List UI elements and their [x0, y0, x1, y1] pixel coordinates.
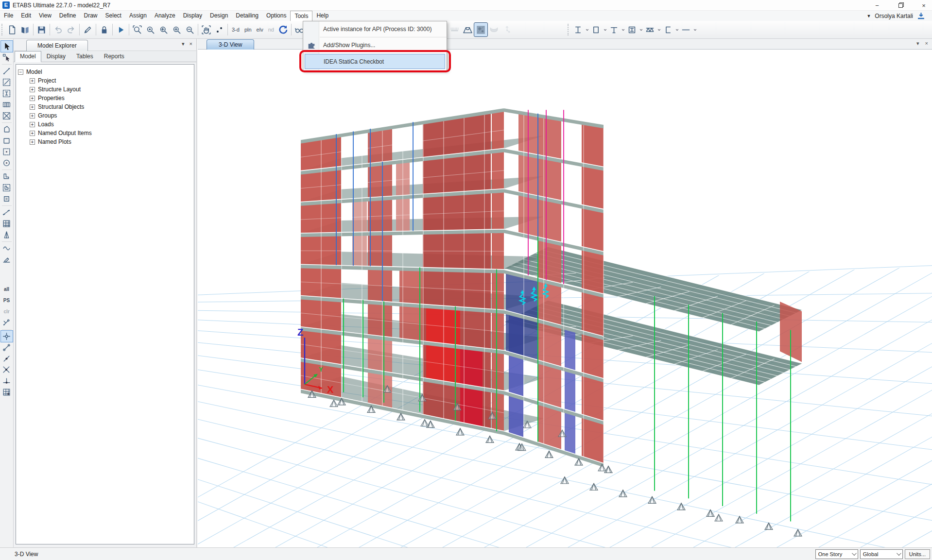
draw-window-button[interactable] — [1, 193, 13, 204]
draw-line-button[interactable] — [1, 66, 13, 77]
snap-to-grid-button[interactable] — [1, 387, 13, 398]
menu-assign[interactable]: Assign — [125, 11, 151, 21]
minimize-button[interactable]: − — [873, 2, 881, 9]
expand-expander-icon[interactable]: + — [30, 122, 35, 127]
draw-link-button[interactable] — [1, 207, 13, 218]
tree-item-loads[interactable]: + Loads — [18, 120, 192, 129]
tree-item-project[interactable]: + Project — [18, 76, 192, 85]
toolbar-drag-handle[interactable] — [568, 24, 570, 35]
menu-options[interactable]: Options — [262, 11, 290, 21]
snap-to-midpoints-button[interactable] — [1, 353, 13, 364]
restore-button[interactable] — [896, 2, 905, 9]
menu-help[interactable]: Help — [312, 11, 332, 21]
zoom-in-button[interactable] — [170, 23, 183, 36]
story-selector[interactable]: One Story — [815, 549, 858, 559]
menu-analyze[interactable]: Analyze — [151, 11, 179, 21]
quick-draw-beam-button[interactable] — [1, 99, 13, 110]
truss-section-button[interactable] — [643, 23, 656, 36]
menu-tools[interactable]: Tools — [290, 11, 312, 21]
snap-to-ends-button[interactable] — [1, 342, 13, 353]
menu-design[interactable]: Design — [206, 11, 232, 21]
draw-grid-button[interactable] — [1, 218, 13, 229]
quick-draw-column-button[interactable] — [1, 88, 13, 99]
quick-draw-brace-button[interactable] — [1, 110, 13, 121]
explorer-close-icon[interactable]: × — [190, 41, 192, 47]
menu-display[interactable]: Display — [179, 11, 206, 21]
view-elevation-button[interactable]: elv — [254, 27, 266, 33]
menu-select[interactable]: Select — [102, 11, 125, 21]
zoom-window-button[interactable] — [131, 23, 144, 36]
box-section-button[interactable] — [625, 23, 639, 36]
reshape-object-button[interactable] — [1, 52, 13, 63]
zoom-dynamic-button[interactable] — [144, 23, 157, 36]
menu-edit[interactable]: Edit — [17, 11, 35, 21]
draw-ramp-button[interactable] — [1, 229, 13, 240]
rotate-view-button[interactable] — [276, 23, 290, 36]
lock-model-button[interactable] — [98, 23, 111, 36]
tree-item-groups[interactable]: + Groups — [18, 111, 192, 120]
viewport-collapse-icon[interactable]: ▾ — [916, 40, 919, 47]
select-previous-button[interactable]: PS — [1, 295, 13, 306]
open-model-button[interactable] — [18, 23, 32, 36]
draw-wall-button[interactable] — [1, 171, 13, 182]
tee-section-dropdown-icon[interactable] — [621, 28, 625, 32]
draw-circle-area-button[interactable] — [1, 157, 13, 169]
draw-tendon-button[interactable] — [1, 243, 13, 254]
menu-detailing[interactable]: Detailing — [232, 11, 262, 21]
quick-draw-wall-button[interactable] — [1, 182, 13, 193]
tree-root-model[interactable]: − Model — [18, 68, 192, 76]
menu-define[interactable]: Define — [55, 11, 80, 21]
expand-expander-icon[interactable]: + — [30, 113, 35, 119]
toolbar-drag-handle[interactable] — [1, 24, 4, 35]
pen-edit-button[interactable] — [81, 23, 94, 36]
quick-draw-area-button[interactable] — [1, 146, 13, 157]
channel-section-button[interactable] — [661, 23, 674, 36]
view-tab-3d[interactable]: 3-D View — [207, 39, 254, 50]
menu-item-idea-statica-checkbot[interactable]: IDEA StatiCa Checkbot — [305, 54, 445, 69]
draw-poly-area-button[interactable] — [1, 124, 13, 135]
menu-item-active-instance[interactable]: Active instance for API (Process ID: 300… — [303, 21, 447, 37]
view-3d-button[interactable]: 3-d — [229, 27, 242, 33]
expand-expander-icon[interactable]: + — [30, 87, 35, 92]
tree-item-properties[interactable]: + Properties — [18, 94, 192, 102]
bridge-view-button[interactable] — [461, 23, 474, 36]
draw-rect-area-button[interactable] — [1, 135, 13, 146]
draw-reference-button[interactable] — [1, 254, 13, 265]
frame-section-i-dropdown-icon[interactable] — [585, 28, 589, 32]
close-button[interactable]: × — [919, 2, 928, 9]
snap-to-perpendicular-button[interactable] — [1, 375, 13, 387]
user-sync-icon[interactable] — [917, 12, 925, 20]
3d-model-canvas[interactable]: ZXY — [198, 50, 932, 547]
slab-section-button[interactable] — [589, 23, 603, 36]
menu-view[interactable]: View — [35, 11, 55, 21]
view-plan-button[interactable]: pln — [242, 27, 254, 33]
menu-draw[interactable]: Draw — [80, 11, 102, 21]
select-pointer-button[interactable] — [1, 41, 13, 52]
explorer-tab-reports[interactable]: Reports — [99, 51, 130, 62]
new-model-button[interactable] — [5, 23, 18, 36]
perspective-toggle-button[interactable] — [213, 23, 226, 36]
coordinate-system-selector[interactable]: Global — [860, 549, 903, 559]
expand-expander-icon[interactable]: + — [30, 139, 35, 145]
tree-item-named-output-items[interactable]: + Named Output Items — [18, 129, 192, 137]
explorer-tab-display[interactable]: Display — [41, 51, 71, 62]
explorer-tab-model[interactable]: Model — [15, 51, 41, 62]
zoom-out-button[interactable] — [183, 23, 196, 36]
tree-item-named-plots[interactable]: + Named Plots — [18, 137, 192, 146]
line-section-button[interactable] — [679, 23, 692, 36]
expand-expander-icon[interactable]: + — [30, 78, 35, 84]
tree-item-structure-layout[interactable]: + Structure Layout — [18, 85, 192, 94]
snap-options-button[interactable] — [1, 317, 13, 328]
user-dropdown-caret-icon[interactable]: ▼ — [866, 14, 871, 18]
snap-to-points-button[interactable] — [1, 331, 13, 342]
menu-item-add-show-plugins[interactable]: Add/Show Plugins... — [303, 37, 447, 53]
object-fill-view-button[interactable] — [474, 23, 487, 36]
explorer-collapse-icon[interactable]: ▾ — [182, 41, 185, 47]
model-explorer-title-tab[interactable]: Model Explorer — [26, 40, 88, 51]
select-all-button[interactable]: all — [1, 284, 13, 295]
snap-to-intersections-button[interactable] — [1, 364, 13, 375]
tree-item-structural-objects[interactable]: + Structural Objects — [18, 102, 192, 111]
line-section-dropdown-icon[interactable] — [692, 28, 697, 32]
quick-draw-frame-button[interactable] — [1, 77, 13, 88]
expand-expander-icon[interactable]: + — [30, 131, 35, 136]
